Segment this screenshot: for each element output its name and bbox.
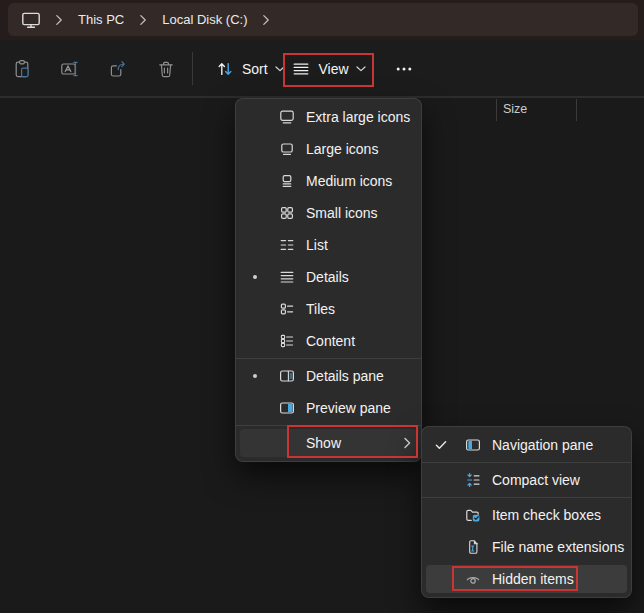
- sort-button[interactable]: Sort: [206, 51, 294, 87]
- menu-item-label: List: [306, 237, 328, 253]
- menu-separator: [236, 358, 421, 359]
- navigation-pane-icon: [464, 436, 482, 454]
- menu-item-preview-pane[interactable]: Preview pane: [236, 392, 421, 424]
- compact-view-icon: [464, 471, 482, 489]
- delete-icon: [156, 59, 176, 79]
- submenu-item-label: File name extensions: [492, 539, 624, 555]
- address-bar: This PC Local Disk (C:): [8, 3, 638, 36]
- menu-item-label: Large icons: [306, 141, 378, 157]
- tiles-view-icon: [278, 300, 296, 318]
- content-view-icon: [278, 332, 296, 350]
- menu-item-content[interactable]: Content: [236, 325, 421, 357]
- small-icons-icon: [278, 204, 296, 222]
- medium-icons-icon: [278, 172, 296, 190]
- menu-item-details[interactable]: Details: [236, 261, 421, 293]
- selected-bullet: [253, 275, 257, 279]
- paste-button[interactable]: [4, 51, 40, 87]
- file-explorer-window: This PC Local Disk (C:): [0, 0, 644, 613]
- menu-item-label: Show: [306, 435, 341, 451]
- column-header-size[interactable]: Size: [503, 102, 527, 116]
- breadcrumb-local-disk-c[interactable]: Local Disk (C:): [154, 7, 255, 33]
- menu-item-label: Tiles: [306, 301, 335, 317]
- submenu-item-label: Navigation pane: [492, 437, 593, 453]
- submenu-item-label: Hidden items: [492, 571, 574, 587]
- rename-icon: [60, 59, 80, 79]
- menu-item-label: Details pane: [306, 368, 384, 384]
- breadcrumb-chevron-icon[interactable]: [255, 7, 277, 33]
- command-toolbar: Sort View: [0, 40, 644, 97]
- submenu-chevron-right-icon: [404, 437, 411, 449]
- item-check-boxes-icon: [464, 506, 482, 524]
- view-button-label: View: [318, 61, 348, 77]
- sort-button-label: Sort: [242, 61, 268, 77]
- titlebar: This PC Local Disk (C:): [0, 0, 644, 40]
- menu-item-tiles[interactable]: Tiles: [236, 293, 421, 325]
- show-submenu: Navigation pane Compact view: [421, 426, 632, 598]
- see-more-button[interactable]: [384, 51, 424, 87]
- menu-item-label: Content: [306, 333, 355, 349]
- menu-item-large-icons[interactable]: Large icons: [236, 133, 421, 165]
- details-view-icon: [278, 268, 296, 286]
- chevron-down-icon: [356, 66, 366, 72]
- breadcrumb-chevron-icon[interactable]: [132, 7, 154, 33]
- submenu-item-file-name-extensions[interactable]: File name extensions: [422, 531, 631, 563]
- paste-icon: [12, 59, 32, 79]
- breadcrumb-this-pc[interactable]: This PC: [70, 7, 132, 33]
- extra-large-icons-icon: [278, 108, 296, 126]
- menu-item-label: Medium icons: [306, 173, 392, 189]
- toolbar-divider: [192, 52, 193, 85]
- this-pc-monitor-icon: [20, 10, 42, 30]
- view-button[interactable]: View: [284, 51, 373, 87]
- submenu-item-hidden-items[interactable]: Hidden items: [422, 563, 631, 595]
- selected-bullet: [253, 374, 257, 378]
- menu-item-small-icons[interactable]: Small icons: [236, 197, 421, 229]
- menu-item-label: Extra large icons: [306, 109, 410, 125]
- preview-pane-icon: [278, 399, 296, 417]
- details-pane-icon: [278, 367, 296, 385]
- menu-item-label: Details: [306, 269, 349, 285]
- this-pc-button[interactable]: [14, 7, 48, 33]
- menu-item-details-pane[interactable]: Details pane: [236, 360, 421, 392]
- view-icon: [291, 59, 311, 79]
- column-divider[interactable]: [576, 99, 577, 121]
- menu-item-label: Small icons: [306, 205, 378, 221]
- menu-item-show[interactable]: Show: [236, 427, 421, 459]
- submenu-item-item-check-boxes[interactable]: Item check boxes: [422, 499, 631, 531]
- sort-icon: [215, 59, 235, 79]
- menu-item-extra-large-icons[interactable]: Extra large icons: [236, 101, 421, 133]
- menu-separator: [422, 462, 631, 463]
- submenu-item-label: Item check boxes: [492, 507, 601, 523]
- view-menu: Extra large icons Large icons Medium ico…: [235, 98, 422, 462]
- check-icon: [434, 440, 448, 450]
- submenu-item-compact-view[interactable]: Compact view: [422, 464, 631, 496]
- see-more-icon: [394, 59, 414, 79]
- menu-separator: [236, 425, 421, 426]
- submenu-item-label: Compact view: [492, 472, 580, 488]
- menu-item-list[interactable]: List: [236, 229, 421, 261]
- breadcrumb-chevron-icon[interactable]: [48, 7, 70, 33]
- list-view-icon: [278, 236, 296, 254]
- share-icon: [108, 59, 128, 79]
- rename-button[interactable]: [52, 51, 88, 87]
- large-icons-icon: [278, 140, 296, 158]
- menu-item-label: Preview pane: [306, 400, 391, 416]
- submenu-item-navigation-pane[interactable]: Navigation pane: [422, 429, 631, 461]
- column-divider[interactable]: [496, 99, 497, 121]
- hidden-items-eye-icon: [464, 570, 482, 588]
- file-name-extensions-icon: [464, 538, 482, 556]
- share-button[interactable]: [100, 51, 136, 87]
- menu-item-medium-icons[interactable]: Medium icons: [236, 165, 421, 197]
- delete-button[interactable]: [148, 51, 184, 87]
- menu-separator: [422, 497, 631, 498]
